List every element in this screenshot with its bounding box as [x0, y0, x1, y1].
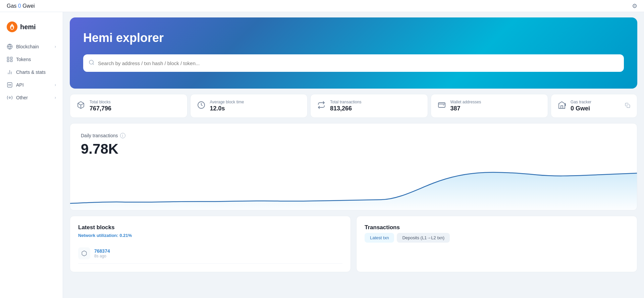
- svg-rect-6: [10, 60, 12, 62]
- other-label: Other: [16, 95, 28, 100]
- blockchain-label: Blockchain: [16, 44, 39, 49]
- transaction-tabs: Latest txn Deposits (L1→L2 txn): [365, 233, 629, 243]
- sidebar: hemi Blockchain › Tokens: [0, 12, 63, 298]
- charts-icon: [7, 69, 13, 75]
- network-utilization-value: 0.21%: [120, 233, 132, 238]
- sidebar-logo: hemi: [0, 19, 63, 40]
- clock-icon: [197, 101, 205, 111]
- stat-card-total-transactions: Total transactions 813,266: [310, 94, 428, 118]
- stat-value-avg-block-time: 12.0s: [210, 105, 244, 112]
- hero-title: Hemi explorer: [83, 31, 624, 45]
- api-icon: [7, 82, 13, 88]
- stat-value-gas-tracker: 0 Gwei: [571, 105, 591, 112]
- svg-rect-3: [7, 57, 9, 59]
- network-utilization: Network utilization: 0.21%: [78, 233, 342, 238]
- transactions-card: Transactions Latest txn Deposits (L1→L2 …: [356, 216, 637, 272]
- gas-copy-icon[interactable]: [625, 103, 630, 109]
- hemi-logo-icon: [7, 21, 17, 32]
- settings-icon[interactable]: ⚙: [632, 2, 637, 10]
- svg-point-14: [9, 97, 11, 99]
- api-chevron: ›: [55, 83, 56, 87]
- other-icon: [7, 95, 13, 101]
- latest-blocks-card: Latest blocks Network utilization: 0.21%…: [70, 216, 351, 272]
- sidebar-logo-text: hemi: [20, 23, 36, 31]
- svg-rect-19: [438, 103, 445, 107]
- sidebar-item-tokens[interactable]: Tokens: [0, 53, 63, 66]
- stat-label-avg-block-time: Average block time: [210, 100, 244, 104]
- tokens-label: Tokens: [16, 57, 31, 62]
- block-number[interactable]: 768374: [94, 248, 110, 254]
- search-bar: [83, 54, 624, 72]
- sidebar-item-charts-stats[interactable]: Charts & stats: [0, 66, 63, 79]
- svg-rect-4: [10, 57, 12, 59]
- bottom-section: Latest blocks Network utilization: 0.21%…: [70, 216, 637, 272]
- latest-blocks-title: Latest blocks: [78, 224, 342, 231]
- hero-banner: Hemi explorer: [70, 17, 637, 89]
- sidebar-item-other[interactable]: Other ›: [0, 91, 63, 104]
- stat-label-total-transactions: Total transactions: [330, 100, 361, 104]
- daily-txn-info-icon[interactable]: i: [120, 133, 125, 138]
- stat-card-avg-block-time: Average block time 12.0s: [190, 94, 308, 118]
- stat-card-gas-tracker: Gas tracker 0 Gwei: [551, 94, 637, 118]
- daily-transactions-card: Daily transactions i 9.78K: [70, 123, 637, 210]
- api-label: API: [16, 82, 24, 88]
- table-row: 768374 8s ago: [78, 243, 342, 264]
- svg-rect-21: [627, 105, 630, 108]
- daily-txn-value: 9.78K: [81, 141, 626, 157]
- svg-rect-5: [7, 60, 9, 62]
- stat-label-gas-tracker: Gas tracker: [571, 100, 591, 104]
- search-icon: [89, 59, 95, 67]
- tab-deposits[interactable]: Deposits (L1→L2 txn): [397, 233, 450, 243]
- sidebar-item-blockchain[interactable]: Blockchain ›: [0, 40, 63, 53]
- topbar: Gas 0 Gwei ⚙: [0, 0, 644, 12]
- sidebar-item-api[interactable]: API ›: [0, 79, 63, 91]
- blockchain-icon: [7, 44, 13, 50]
- block-time: 8s ago: [94, 254, 110, 258]
- sidebar-nav: Blockchain › Tokens Charts & stats: [0, 40, 63, 104]
- daily-txn-label: Daily transactions i: [81, 133, 626, 138]
- main-content: Hemi explorer: [63, 12, 644, 298]
- chart-area: [70, 163, 637, 210]
- search-input[interactable]: [98, 60, 619, 66]
- svg-point-15: [89, 60, 93, 64]
- tokens-icon: [7, 56, 13, 62]
- stat-value-wallet-addresses: 387: [450, 105, 481, 112]
- gas-icon: [558, 101, 566, 111]
- transactions-title: Transactions: [365, 224, 629, 231]
- stat-label-wallet-addresses: Wallet addresses: [450, 100, 481, 104]
- wallet-icon: [438, 101, 446, 111]
- block-cube-icon: [78, 247, 90, 259]
- svg-line-16: [93, 63, 94, 64]
- exchange-icon: [317, 101, 325, 111]
- svg-rect-20: [561, 106, 563, 108]
- stat-value-total-blocks: 767,796: [90, 105, 111, 112]
- stats-row: Total blocks 767,796 Average block time …: [70, 94, 637, 118]
- layout: hemi Blockchain › Tokens: [0, 12, 644, 298]
- gas-display: Gas 0 Gwei: [7, 3, 35, 9]
- other-chevron: ›: [55, 95, 56, 100]
- stat-card-total-blocks: Total blocks 767,796: [70, 94, 187, 118]
- charts-stats-label: Charts & stats: [16, 69, 46, 75]
- stat-value-total-transactions: 813,266: [330, 105, 361, 112]
- tab-latest-txn[interactable]: Latest txn: [365, 233, 394, 243]
- cube-icon: [77, 101, 85, 111]
- stat-label-total-blocks: Total blocks: [90, 100, 111, 104]
- stat-card-wallet-addresses: Wallet addresses 387: [431, 94, 548, 118]
- blockchain-chevron: ›: [55, 44, 56, 49]
